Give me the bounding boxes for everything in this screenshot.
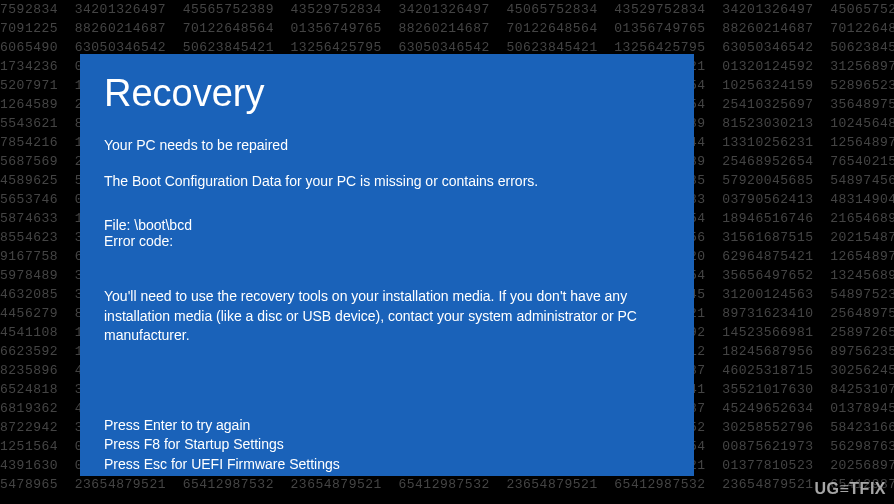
recovery-key-hints: Press Enter to try again Press F8 for St…	[104, 416, 670, 475]
recovery-subtitle: Your PC needs to be repaired	[104, 137, 670, 153]
recovery-title: Recovery	[104, 72, 670, 115]
key-hint-esc[interactable]: Press Esc for UEFI Firmware Settings	[104, 455, 670, 475]
recovery-screen: Recovery Your PC needs to be repaired Th…	[80, 54, 694, 476]
key-hint-enter[interactable]: Press Enter to try again	[104, 416, 670, 436]
recovery-help-text: You'll need to use the recovery tools on…	[104, 287, 670, 346]
key-hint-f8[interactable]: Press F8 for Startup Settings	[104, 435, 670, 455]
recovery-message: The Boot Configuration Data for your PC …	[104, 173, 670, 189]
watermark-logo: UG≡TFIX	[815, 480, 887, 498]
recovery-error-code: Error code:	[104, 233, 670, 249]
recovery-file-path: File: \boot\bcd	[104, 217, 670, 233]
